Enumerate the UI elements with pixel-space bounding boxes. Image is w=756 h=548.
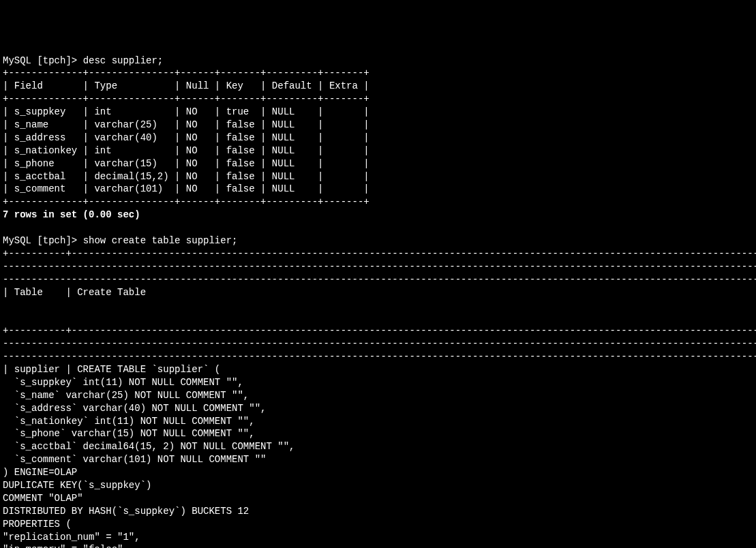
table2-border: +----------+----------------------------… bbox=[3, 325, 756, 336]
create-table-content: `s_phone` varchar(15) NOT NULL COMMENT "… bbox=[3, 428, 255, 439]
command-desc[interactable]: desc supplier; bbox=[83, 55, 164, 66]
create-table-content: PROPERTIES ( bbox=[3, 519, 72, 530]
table2-border: ----------------------------------------… bbox=[3, 261, 756, 272]
create-table-content: DISTRIBUTED BY HASH(`s_suppkey`) BUCKETS… bbox=[3, 506, 249, 517]
table2-header bbox=[3, 299, 756, 310]
create-table-content: `s_address` varchar(40) NOT NULL COMMENT… bbox=[3, 403, 266, 414]
create-table-content: `s_suppkey` int(11) NOT NULL COMMENT "", bbox=[3, 377, 243, 388]
mysql-prompt: MySQL [tpch]> bbox=[3, 235, 83, 246]
table2-header: | bbox=[3, 312, 756, 323]
create-table-content: DUPLICATE KEY(`s_suppkey`) bbox=[3, 480, 151, 491]
result-line-1: 7 rows in set (0.00 sec) bbox=[3, 209, 140, 220]
table2-header: | Table | Create Table bbox=[3, 287, 756, 298]
prompt-line-1: MySQL [tpch]> desc supplier; bbox=[3, 55, 163, 66]
table-row: | s_acctbal | decimal(15,2) | NO | false… bbox=[3, 171, 369, 182]
create-table-content: "in_memory" = "false", bbox=[3, 544, 129, 548]
terminal-output: MySQL [tpch]> desc supplier; +----------… bbox=[3, 55, 756, 548]
prompt-line-2: MySQL [tpch]> show create table supplier… bbox=[3, 235, 237, 246]
table-row: | s_name | varchar(25) | NO | false | NU… bbox=[3, 119, 369, 130]
mysql-prompt: MySQL [tpch]> bbox=[3, 55, 83, 66]
table-border-bot: +-------------+---------------+------+--… bbox=[3, 196, 369, 207]
command-show-create[interactable]: show create table supplier; bbox=[83, 235, 238, 246]
table2-border: ----------------------------------------… bbox=[3, 338, 756, 349]
create-table-content: | supplier | CREATE TABLE `supplier` ( bbox=[3, 364, 220, 375]
create-table-content: ) ENGINE=OLAP bbox=[3, 467, 77, 478]
create-table-content: "replication_num" = "1", bbox=[3, 532, 140, 543]
table-border-top: +-------------+---------------+------+--… bbox=[3, 67, 369, 78]
create-table-content: `s_name` varchar(25) NOT NULL COMMENT ""… bbox=[3, 390, 249, 401]
create-table-content: COMMENT "OLAP" bbox=[3, 493, 83, 504]
table-row: | s_phone | varchar(15) | NO | false | N… bbox=[3, 158, 369, 169]
create-table-content: `s_nationkey` int(11) NOT NULL COMMENT "… bbox=[3, 416, 255, 427]
table2-border: ----------------------------------------… bbox=[3, 274, 756, 285]
table-row: | s_nationkey | int | NO | false | NULL … bbox=[3, 145, 369, 156]
table-row: | s_address | varchar(40) | NO | false |… bbox=[3, 132, 369, 143]
create-table-content: `s_acctbal` decimal64(15, 2) NOT NULL CO… bbox=[3, 441, 294, 452]
table-header-row: | Field | Type | Null | Key | Default | … bbox=[3, 80, 369, 91]
create-table-content: `s_comment` varchar(101) NOT NULL COMMEN… bbox=[3, 454, 266, 465]
table-row: | s_suppkey | int | NO | true | NULL | | bbox=[3, 106, 369, 117]
table2-border: +----------+----------------------------… bbox=[3, 248, 756, 259]
table2-border: ----------------------------------------… bbox=[3, 351, 756, 362]
table-row: | s_comment | varchar(101) | NO | false … bbox=[3, 183, 369, 194]
table-border-mid: +-------------+---------------+------+--… bbox=[3, 93, 369, 104]
